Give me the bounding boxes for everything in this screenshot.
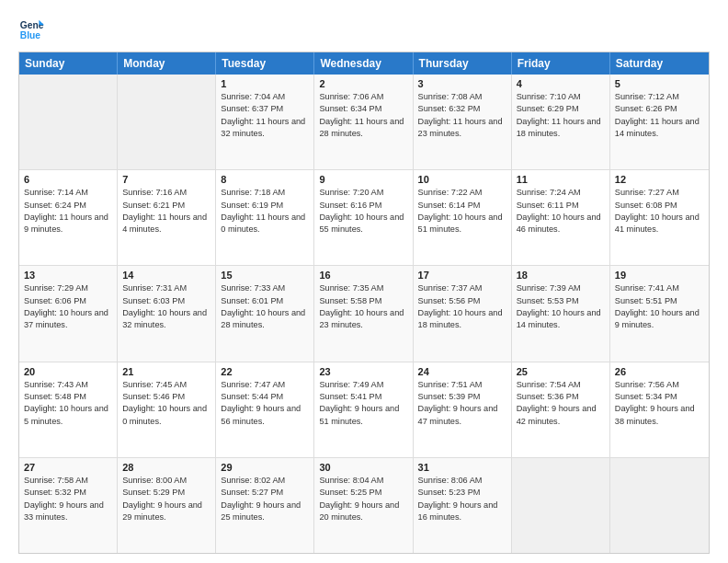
sunset-text: Sunset: 6:29 PM <box>517 103 605 115</box>
weekday-header: Sunday <box>19 52 118 75</box>
daylight-text: Daylight: 10 hours and 18 minutes. <box>418 307 506 332</box>
sunrise-text: Sunrise: 7:29 AM <box>24 282 112 294</box>
calendar-cell: 23Sunrise: 7:49 AMSunset: 5:41 PMDayligh… <box>314 362 413 457</box>
daylight-text: Daylight: 9 hours and 25 minutes. <box>221 500 309 524</box>
calendar-cell <box>118 75 216 169</box>
calendar-cell: 30Sunrise: 8:04 AMSunset: 5:25 PMDayligh… <box>314 458 413 553</box>
calendar-cell: 26Sunrise: 7:56 AMSunset: 5:34 PMDayligh… <box>610 362 709 457</box>
sunrise-text: Sunrise: 7:22 AM <box>418 187 506 199</box>
calendar-row: 13Sunrise: 7:29 AMSunset: 6:06 PMDayligh… <box>19 265 709 361</box>
sunset-text: Sunset: 6:08 PM <box>615 200 704 212</box>
daylight-text: Daylight: 10 hours and 5 minutes. <box>24 403 112 428</box>
sunset-text: Sunset: 5:34 PM <box>615 391 704 403</box>
sunset-text: Sunset: 6:16 PM <box>319 200 407 212</box>
sunset-text: Sunset: 6:26 PM <box>615 103 704 115</box>
page-header: General Blue <box>18 17 710 42</box>
sunset-text: Sunset: 6:21 PM <box>122 200 210 212</box>
daylight-text: Daylight: 10 hours and 37 minutes. <box>24 307 112 332</box>
daylight-text: Daylight: 11 hours and 0 minutes. <box>221 212 309 236</box>
sunset-text: Sunset: 6:37 PM <box>221 103 309 115</box>
sunset-text: Sunset: 5:48 PM <box>24 391 112 403</box>
logo-icon: General Blue <box>18 17 44 42</box>
sunrise-text: Sunrise: 7:45 AM <box>122 379 210 391</box>
weekday-header: Tuesday <box>216 52 314 75</box>
calendar-cell: 19Sunrise: 7:41 AMSunset: 5:51 PMDayligh… <box>610 266 709 361</box>
sunrise-text: Sunrise: 7:54 AM <box>517 379 605 391</box>
sunrise-text: Sunrise: 7:14 AM <box>24 187 112 199</box>
calendar-cell: 24Sunrise: 7:51 AMSunset: 5:39 PMDayligh… <box>414 362 512 457</box>
daylight-text: Daylight: 10 hours and 14 minutes. <box>517 307 605 332</box>
sunset-text: Sunset: 5:41 PM <box>319 391 407 403</box>
day-number: 26 <box>615 366 704 377</box>
sunrise-text: Sunrise: 7:39 AM <box>517 282 605 294</box>
day-number: 19 <box>615 270 704 281</box>
day-number: 28 <box>122 462 210 473</box>
daylight-text: Daylight: 10 hours and 23 minutes. <box>319 307 407 332</box>
sunrise-text: Sunrise: 7:43 AM <box>24 379 112 391</box>
calendar-cell: 17Sunrise: 7:37 AMSunset: 5:56 PMDayligh… <box>414 266 512 361</box>
logo: General Blue <box>18 17 44 42</box>
sunset-text: Sunset: 6:14 PM <box>418 200 506 212</box>
day-number: 12 <box>615 174 704 185</box>
calendar-cell: 6Sunrise: 7:14 AMSunset: 6:24 PMDaylight… <box>19 170 118 265</box>
sunset-text: Sunset: 5:27 PM <box>221 487 309 499</box>
daylight-text: Daylight: 10 hours and 28 minutes. <box>221 307 309 332</box>
sunset-text: Sunset: 5:39 PM <box>418 391 506 403</box>
sunrise-text: Sunrise: 7:12 AM <box>615 91 704 103</box>
sunset-text: Sunset: 6:19 PM <box>221 200 309 212</box>
sunrise-text: Sunrise: 7:49 AM <box>319 379 407 391</box>
calendar-cell: 2Sunrise: 7:06 AMSunset: 6:34 PMDaylight… <box>314 75 413 169</box>
day-number: 30 <box>319 462 407 473</box>
day-number: 9 <box>319 174 407 185</box>
calendar-cell: 10Sunrise: 7:22 AMSunset: 6:14 PMDayligh… <box>414 170 512 265</box>
day-number: 25 <box>517 366 605 377</box>
sunset-text: Sunset: 5:25 PM <box>319 487 407 499</box>
calendar-cell: 16Sunrise: 7:35 AMSunset: 5:58 PMDayligh… <box>314 266 413 361</box>
daylight-text: Daylight: 9 hours and 51 minutes. <box>319 403 407 428</box>
daylight-text: Daylight: 11 hours and 4 minutes. <box>122 212 210 236</box>
calendar-cell: 21Sunrise: 7:45 AMSunset: 5:46 PMDayligh… <box>118 362 216 457</box>
sunset-text: Sunset: 5:51 PM <box>615 295 704 307</box>
day-number: 14 <box>122 270 210 281</box>
calendar-cell: 11Sunrise: 7:24 AMSunset: 6:11 PMDayligh… <box>512 170 610 265</box>
daylight-text: Daylight: 9 hours and 16 minutes. <box>418 500 506 524</box>
sunset-text: Sunset: 5:36 PM <box>517 391 605 403</box>
daylight-text: Daylight: 10 hours and 55 minutes. <box>319 212 407 236</box>
day-number: 24 <box>418 366 506 377</box>
sunrise-text: Sunrise: 7:51 AM <box>418 379 506 391</box>
daylight-text: Daylight: 9 hours and 29 minutes. <box>122 500 210 524</box>
sunset-text: Sunset: 6:24 PM <box>24 200 112 212</box>
daylight-text: Daylight: 10 hours and 46 minutes. <box>517 212 605 236</box>
sunset-text: Sunset: 5:23 PM <box>418 487 506 499</box>
daylight-text: Daylight: 11 hours and 14 minutes. <box>615 116 704 141</box>
day-number: 22 <box>221 366 309 377</box>
sunrise-text: Sunrise: 7:37 AM <box>418 282 506 294</box>
daylight-text: Daylight: 10 hours and 51 minutes. <box>418 212 506 236</box>
calendar-body: 1Sunrise: 7:04 AMSunset: 6:37 PMDaylight… <box>19 75 709 553</box>
sunrise-text: Sunrise: 7:41 AM <box>615 282 704 294</box>
daylight-text: Daylight: 9 hours and 33 minutes. <box>24 500 112 524</box>
calendar-cell <box>19 75 118 169</box>
sunrise-text: Sunrise: 7:27 AM <box>615 187 704 199</box>
calendar-header: SundayMondayTuesdayWednesdayThursdayFrid… <box>19 52 709 75</box>
calendar-cell <box>512 458 610 553</box>
calendar-row: 6Sunrise: 7:14 AMSunset: 6:24 PMDaylight… <box>19 169 709 265</box>
calendar-cell: 13Sunrise: 7:29 AMSunset: 6:06 PMDayligh… <box>19 266 118 361</box>
daylight-text: Daylight: 9 hours and 38 minutes. <box>615 403 704 428</box>
sunset-text: Sunset: 5:44 PM <box>221 391 309 403</box>
calendar-cell: 31Sunrise: 8:06 AMSunset: 5:23 PMDayligh… <box>414 458 512 553</box>
weekday-header: Monday <box>118 52 216 75</box>
daylight-text: Daylight: 10 hours and 0 minutes. <box>122 403 210 428</box>
sunrise-text: Sunrise: 7:24 AM <box>517 187 605 199</box>
sunset-text: Sunset: 6:03 PM <box>122 295 210 307</box>
daylight-text: Daylight: 10 hours and 9 minutes. <box>615 307 704 332</box>
daylight-text: Daylight: 9 hours and 47 minutes. <box>418 403 506 428</box>
sunset-text: Sunset: 5:56 PM <box>418 295 506 307</box>
day-number: 18 <box>517 270 605 281</box>
sunrise-text: Sunrise: 8:02 AM <box>221 475 309 487</box>
daylight-text: Daylight: 11 hours and 32 minutes. <box>221 116 309 141</box>
day-number: 5 <box>615 78 704 89</box>
sunrise-text: Sunrise: 7:58 AM <box>24 475 112 487</box>
sunset-text: Sunset: 6:34 PM <box>319 103 407 115</box>
sunrise-text: Sunrise: 7:31 AM <box>122 282 210 294</box>
